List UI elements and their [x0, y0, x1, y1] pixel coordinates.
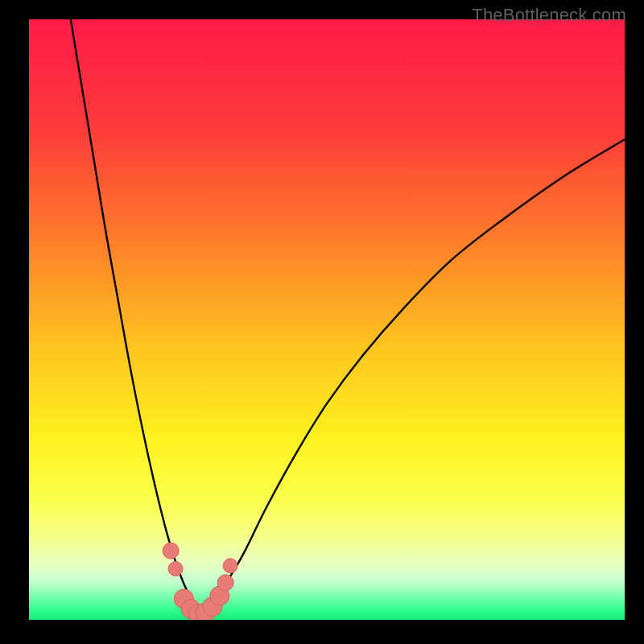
curve-right-branch — [202, 139, 625, 613]
watermark-text: TheBottleneck.com — [472, 5, 626, 26]
data-marker — [163, 543, 179, 559]
data-marker — [223, 559, 237, 573]
curve-left-branch — [71, 19, 202, 614]
marker-group — [163, 543, 237, 620]
data-marker — [217, 575, 233, 591]
outer-frame: TheBottleneck.com — [0, 0, 644, 644]
curve-layer — [29, 19, 625, 620]
data-marker — [168, 562, 183, 576]
plot-area — [29, 19, 625, 620]
